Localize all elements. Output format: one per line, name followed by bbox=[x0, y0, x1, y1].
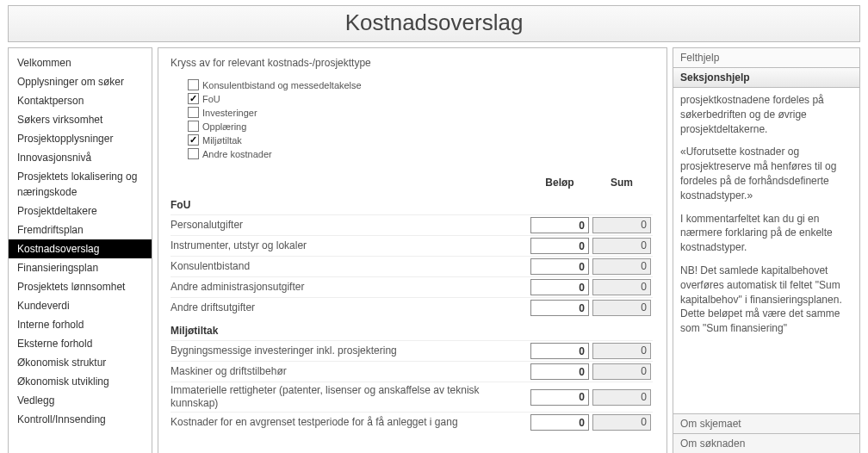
help-paragraph: NB! Det samlede kapitalbehovet overføres… bbox=[680, 264, 852, 336]
cost-type-checklist: Konsulentbistand og messedeltakelseFoUIn… bbox=[188, 79, 653, 159]
amount-input[interactable] bbox=[530, 258, 589, 275]
cost-type-row: FoU bbox=[188, 93, 653, 104]
cost-row-label: Instrumenter, utstyr og lokaler bbox=[170, 239, 529, 252]
sidebar-item[interactable]: Finansieringsplan bbox=[9, 258, 152, 277]
amount-input[interactable] bbox=[530, 343, 589, 359]
about-form-link[interactable]: Om skjemaet bbox=[673, 413, 859, 433]
cost-type-row: Miljøtiltak bbox=[188, 134, 653, 146]
sum-cell: 0 bbox=[592, 414, 651, 431]
sidebar-item[interactable]: Prosjektets lønnsomhet bbox=[9, 277, 152, 296]
cost-type-checkbox[interactable] bbox=[188, 121, 199, 132]
sidebar-item[interactable]: Opplysninger om søker bbox=[9, 72, 152, 91]
cost-type-label: Opplæring bbox=[202, 121, 246, 132]
column-header-sum: Sum bbox=[591, 177, 653, 189]
cost-row: Personalutgifter0 bbox=[170, 214, 653, 235]
column-header-amount: Beløp bbox=[529, 177, 591, 189]
cost-type-row: Konsulentbistand og messedeltakelse bbox=[188, 79, 653, 90]
sidebar-item[interactable]: Kontroll/Innsending bbox=[9, 410, 152, 429]
sidebar-item[interactable]: Vedlegg bbox=[9, 391, 152, 410]
cost-row-label: Kostnader for en avgrenset testperiode f… bbox=[170, 416, 529, 429]
section-help-header[interactable]: Seksjonshjelp bbox=[673, 68, 859, 88]
cost-row-label: Personalutgifter bbox=[170, 219, 529, 232]
cost-row-label: Maskiner og driftstilbehør bbox=[170, 365, 529, 378]
help-panel: Felthjelp Seksjonshjelp prosjektkostnade… bbox=[673, 47, 860, 453]
amount-input[interactable] bbox=[530, 414, 589, 431]
page-title: Kostnadsoverslag bbox=[8, 5, 860, 42]
sidebar-item[interactable]: Kontaktperson bbox=[9, 91, 152, 110]
cost-type-checkbox[interactable] bbox=[188, 79, 199, 90]
sidebar-nav: VelkommenOpplysninger om søkerKontaktper… bbox=[8, 47, 152, 453]
sidebar-item[interactable]: Fremdriftsplan bbox=[9, 220, 152, 239]
sum-cell: 0 bbox=[592, 343, 651, 359]
sidebar-item[interactable]: Kostnadsoverslag bbox=[9, 239, 152, 258]
cost-type-checkbox[interactable] bbox=[188, 93, 199, 104]
instruction-text: Kryss av for relevant kostnads-/prosjekt… bbox=[170, 57, 653, 69]
cost-type-label: Miljøtiltak bbox=[202, 135, 242, 146]
cost-type-row: Investeringer bbox=[188, 107, 653, 118]
main-panel: Kryss av for relevant kostnads-/prosjekt… bbox=[158, 47, 667, 453]
main-scroll-area[interactable]: Kryss av for relevant kostnads-/prosjekt… bbox=[170, 57, 660, 444]
sidebar-item[interactable]: Prosjektopplysninger bbox=[9, 129, 152, 148]
cost-type-label: Investeringer bbox=[202, 108, 257, 118]
help-paragraph: I kommentarfeltet kan du gi en nærmere f… bbox=[680, 212, 852, 255]
cost-row: Konsulentbistand0 bbox=[170, 256, 653, 276]
sidebar-item[interactable]: Prosjektets lokalisering og næringskode bbox=[9, 167, 152, 202]
sum-cell: 0 bbox=[592, 279, 651, 295]
sidebar-item[interactable]: Velkommen bbox=[9, 53, 152, 72]
sidebar-item[interactable]: Eksterne forhold bbox=[9, 334, 152, 353]
cost-row: Instrumenter, utstyr og lokaler0 bbox=[170, 235, 653, 256]
help-body-scroll[interactable]: prosjektkostnadene fordeles på søkerbedr… bbox=[673, 88, 859, 413]
amount-input[interactable] bbox=[530, 217, 589, 233]
sidebar-item[interactable]: Økonomisk struktur bbox=[9, 353, 152, 372]
amount-input[interactable] bbox=[530, 238, 589, 254]
cost-type-row: Andre kostnader bbox=[188, 148, 653, 159]
cost-type-label: FoU bbox=[202, 94, 220, 104]
cost-row-label: Andre driftsutgifter bbox=[170, 301, 529, 314]
sidebar-item[interactable]: Økonomisk utvikling bbox=[9, 372, 152, 391]
cost-type-label: Konsulentbistand og messedeltakelse bbox=[202, 80, 362, 90]
help-paragraph: prosjektkostnadene fordeles på søkerbedr… bbox=[680, 93, 852, 136]
cost-type-checkbox[interactable] bbox=[188, 148, 199, 159]
cost-row: Andre administrasjonsutgifter0 bbox=[170, 276, 653, 297]
cost-row-label: Immaterielle rettigheter (patenter, lise… bbox=[170, 384, 529, 410]
cost-row-label: Bygningsmessige investeringer inkl. pros… bbox=[170, 344, 529, 357]
cost-type-row: Opplæring bbox=[188, 121, 653, 132]
cost-group-title: FoU bbox=[170, 199, 653, 211]
field-help-header[interactable]: Felthjelp bbox=[673, 48, 859, 68]
sum-cell: 0 bbox=[592, 238, 651, 254]
sidebar-item[interactable]: Kundeverdi bbox=[9, 296, 152, 315]
sum-cell: 0 bbox=[592, 258, 651, 275]
help-paragraph: «Uforutsette kostnader og prosjektreserv… bbox=[680, 145, 852, 202]
cost-type-label: Andre kostnader bbox=[202, 149, 272, 159]
sidebar-item[interactable]: Søkers virksomhet bbox=[9, 110, 152, 129]
cost-row: Maskiner og driftstilbehør0 bbox=[170, 361, 653, 382]
about-application-link[interactable]: Om søknaden bbox=[673, 433, 859, 453]
amount-input[interactable] bbox=[530, 300, 589, 316]
cost-row: Immaterielle rettigheter (patenter, lise… bbox=[170, 382, 653, 412]
cost-type-checkbox[interactable] bbox=[188, 134, 199, 146]
cost-group-title: Miljøtiltak bbox=[170, 325, 653, 337]
sidebar-item[interactable]: Innovasjonsnivå bbox=[9, 148, 152, 167]
cost-row: Andre driftsutgifter0 bbox=[170, 297, 653, 318]
sidebar-item[interactable]: Interne forhold bbox=[9, 315, 152, 334]
cost-row: Bygningsmessige investeringer inkl. pros… bbox=[170, 340, 653, 361]
sum-cell: 0 bbox=[592, 363, 651, 380]
sum-cell: 0 bbox=[592, 389, 651, 406]
sum-cell: 0 bbox=[592, 300, 651, 316]
amount-input[interactable] bbox=[530, 363, 589, 380]
amount-input[interactable] bbox=[530, 389, 589, 406]
amount-input[interactable] bbox=[530, 279, 589, 295]
cost-type-checkbox[interactable] bbox=[188, 107, 199, 118]
cost-row-label: Konsulentbistand bbox=[170, 260, 529, 273]
cost-row: Kostnader for en avgrenset testperiode f… bbox=[170, 412, 653, 432]
cost-row-label: Andre administrasjonsutgifter bbox=[170, 281, 529, 294]
sum-cell: 0 bbox=[592, 217, 651, 233]
sidebar-item[interactable]: Prosjektdeltakere bbox=[9, 202, 152, 220]
